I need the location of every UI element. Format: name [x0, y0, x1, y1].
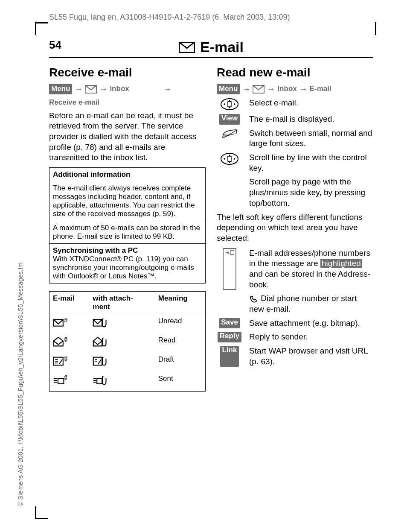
menu-key: Menu — [217, 84, 240, 94]
view-key: View — [219, 114, 240, 125]
running-header: SL55 Fugu, lang en, A31008-H4910-A1-2-76… — [49, 13, 290, 22]
meaning-draft: Draft — [155, 353, 206, 372]
control-key-icon — [220, 98, 239, 111]
svg-rect-25 — [228, 102, 231, 107]
nav-inbox: Inbox — [277, 84, 297, 94]
reply-desc: Reply to sender. — [249, 332, 373, 342]
envelope-icon — [85, 85, 97, 94]
read-attach-icon — [93, 336, 107, 348]
unread-attach-icon — [93, 317, 107, 329]
side-copyright: © Siemens AG 2001, I:\Mobil\L55\SL55_Fug… — [17, 263, 24, 506]
sent-email-icon: @ — [53, 374, 67, 386]
nav-inbox: Inbox — [110, 84, 129, 94]
svg-rect-32 — [228, 156, 231, 161]
step-view: The e-mail is displayed. — [249, 114, 373, 125]
svg-marker-33 — [228, 155, 231, 156]
nav-path-receive: Menu → → Inbox → Receive e-mail — [49, 83, 206, 108]
svg-rect-22 — [97, 379, 102, 384]
additional-info-box: Additional information The e-mail client… — [49, 167, 206, 284]
arrow-icon: → — [99, 83, 108, 95]
step-scroll-page: Scroll page by page with the plus/minus … — [249, 177, 373, 208]
book-key-icon — [223, 248, 236, 290]
save-key: Save — [219, 318, 240, 329]
col-email: E-mail — [49, 292, 90, 314]
svg-marker-29 — [234, 103, 235, 105]
read-email-icon: @ — [53, 336, 67, 348]
svg-text:@: @ — [64, 375, 68, 380]
meaning-unread: Unread — [155, 314, 206, 334]
arrow-icon: → — [163, 83, 172, 95]
sent-attach-icon — [93, 374, 107, 386]
email-icons-table: E-mail with attach- ment Meaning @ Unrea… — [49, 291, 206, 392]
svg-text:@: @ — [64, 337, 68, 342]
receive-paragraph: Before an e-mail can be read, it must be… — [49, 111, 206, 163]
draft-email-icon: @ — [53, 355, 67, 367]
menu-key: Menu — [49, 84, 72, 94]
svg-marker-27 — [228, 107, 231, 108]
softkey-paragraph: The left soft key offers different funct… — [217, 212, 373, 244]
addr-desc: E-mail addresses/phone numbers in the me… — [249, 248, 373, 290]
hash-key-icon: # — [221, 128, 238, 140]
meaning-sent: Sent — [155, 372, 206, 392]
control-key-icon — [220, 152, 239, 165]
svg-marker-37 — [227, 251, 230, 254]
highlighted-label: highlighted — [320, 259, 362, 268]
meaning-read: Read — [155, 333, 206, 353]
info-paragraph-2: A maximum of 50 e-mails can be stored in… — [49, 221, 205, 244]
svg-text:@: @ — [64, 318, 68, 323]
draft-attach-icon — [93, 355, 107, 367]
arrow-icon: → — [267, 83, 275, 95]
step-scroll-line: Scroll line by line with the control key… — [249, 152, 373, 173]
sync-heading: Synchronising with a PC — [53, 246, 138, 254]
envelope-icon — [179, 42, 195, 53]
arrow-icon: → — [74, 83, 83, 95]
svg-marker-34 — [228, 161, 231, 163]
col-meaning: Meaning — [155, 292, 206, 314]
arrow-icon: → — [299, 83, 308, 95]
step-font: Switch between small, normal and large f… — [249, 128, 373, 149]
svg-text:#: # — [224, 133, 227, 137]
svg-marker-26 — [228, 100, 231, 102]
nav-receive: Receive e-mail — [49, 97, 99, 108]
link-desc: Start WAP browser and visit URL (p. 63). — [249, 346, 373, 367]
page-number: 54 — [49, 38, 61, 51]
arrow-icon: → — [242, 83, 250, 95]
svg-rect-17 — [58, 379, 64, 384]
svg-rect-11 — [93, 357, 102, 365]
sync-paragraph: With XTNDConnect® PC (p. 119) you can sy… — [53, 255, 194, 280]
save-desc: Save attachment (e.g. bitmap). — [249, 318, 373, 329]
link-key: Link — [220, 346, 239, 367]
table-row: @ Read — [49, 333, 206, 353]
info-paragraph-1: The e-mail client always receives comple… — [49, 181, 205, 221]
section-receive-heading: Receive e-mail — [49, 66, 206, 79]
unread-email-icon: @ — [53, 317, 67, 329]
step-select: Select e-mail. — [249, 98, 373, 111]
nav-email: E-mail — [310, 84, 331, 94]
dial-desc: Dial phone number or start new e-mail. — [249, 293, 373, 314]
svg-marker-36 — [234, 158, 235, 160]
section-read-heading: Read new e-mail — [217, 66, 373, 79]
svg-marker-35 — [224, 158, 225, 160]
info-heading: Additional information — [53, 170, 130, 178]
handset-icon — [249, 295, 259, 303]
svg-marker-28 — [224, 103, 225, 105]
col-attach: with attach- ment — [89, 292, 154, 314]
table-row: @ Sent — [49, 372, 206, 392]
svg-text:@: @ — [64, 357, 68, 361]
table-row: @ Unread — [49, 314, 206, 334]
nav-path-read: Menu → → Inbox → E-mail — [217, 83, 373, 95]
page-title: E-mail — [200, 39, 244, 56]
envelope-icon — [253, 85, 265, 94]
table-row: @ Draft — [49, 353, 206, 372]
reply-key: Reply — [218, 332, 241, 342]
